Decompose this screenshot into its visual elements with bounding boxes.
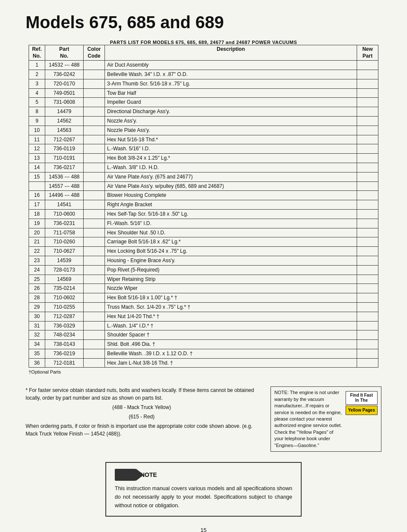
new-part-cell (357, 275, 378, 284)
part-cell: 712-0287 (45, 312, 84, 321)
table-row: 1014563Nozzle Plate Ass'y. (29, 126, 378, 135)
part-cell: 735-0214 (45, 284, 84, 293)
color-cell (84, 330, 105, 340)
ref-cell: 16 (29, 191, 45, 200)
part-cell: 14536 --- 488 (45, 172, 84, 181)
ref-cell: 24 (29, 265, 45, 275)
new-part-cell (357, 79, 378, 88)
ref-cell: 29 (29, 302, 45, 312)
desc-cell: Hex Nut 5/16-18 Thd.* (105, 135, 357, 144)
note-right-content: NOTE: The engine is not under warranty b… (274, 390, 342, 447)
ref-cell: 5 (29, 98, 45, 107)
find-fast-box: Find It FastIn The (346, 391, 378, 405)
part-cell: 710-0191 (45, 154, 84, 163)
part-cell: 14562 (45, 116, 84, 126)
ref-cell: 21 (29, 237, 45, 247)
ref-cell: 19 (29, 219, 45, 228)
new-part-cell (357, 126, 378, 135)
ref-cell: 9 (29, 116, 45, 126)
new-part-cell (357, 200, 378, 210)
desc-cell: Air Vane Plate Ass'y. (675 and 24677) (105, 172, 357, 181)
color-cell (84, 144, 105, 154)
color-cell (84, 358, 105, 368)
table-row: 2736-0242Belleville Wash. 34" I.D. x .87… (29, 70, 378, 79)
desc-cell: Hex Shoulder Nut .50 I.D. (105, 228, 357, 237)
desc-cell: Truss Mach. Scr. 1/4-20 x .75" Lg.* † (105, 302, 357, 312)
part-cell: 738-0143 (45, 340, 84, 349)
table-row: 20711-0758Hex Shoulder Nut .50 I.D. (29, 228, 378, 237)
new-part-cell (357, 349, 378, 358)
note-bottom-text: This instruction manual covers various m… (115, 484, 292, 510)
color-cell (84, 163, 105, 172)
color-cell (84, 265, 105, 275)
ref-cell: 32 (29, 330, 45, 340)
color-cell (84, 116, 105, 126)
new-part-cell (357, 181, 378, 191)
table-row: 11712-0267Hex Nut 5/16-18 Thd.* (29, 135, 378, 144)
desc-cell: Housing - Engine Brace Ass'y. (105, 256, 357, 265)
table-row: 814479Directional Discharge Ass'y. (29, 107, 378, 117)
part-cell: 712-0181 (45, 358, 84, 368)
desc-cell: Hex Jam L-Nut 3/8-16 Thd. † (105, 358, 357, 368)
part-cell: 14496 --- 488 (45, 191, 84, 200)
part-cell: 736-0119 (45, 144, 84, 154)
table-row: 14557 --- 488Air Vane Plate Ass'y. w/pul… (29, 181, 378, 191)
page-number: 15 (26, 527, 381, 532)
ref-cell: 1 (29, 61, 45, 70)
parts-table: Ref.No. PartNo. ColorCode Description Ne… (29, 45, 378, 368)
table-row: 22710-0627Hex Locking Bolt 5/16-24 x .75… (29, 247, 378, 256)
new-part-cell (357, 61, 378, 70)
part-cell: 710-0602 (45, 293, 84, 303)
table-row: 2314539Housing - Engine Brace Ass'y. (29, 256, 378, 265)
new-part-cell (357, 116, 378, 126)
lower-left: * For faster service obtain standard nut… (26, 386, 258, 438)
table-row: 26735-0214Nozzle Wiper (29, 284, 378, 293)
desc-cell: Carriage Bolt 5/16-18 x .62" Lg.* (105, 237, 357, 247)
page-title: Models 675, 685 and 689 (26, 13, 381, 32)
table-row: 12736-0119L.-Wash. 5/16" I.D. (29, 144, 378, 154)
new-part-cell (357, 98, 378, 107)
new-part-cell (357, 209, 378, 219)
color-cell (84, 181, 105, 191)
color-cell (84, 154, 105, 163)
ref-cell (29, 181, 45, 191)
color-cell (84, 321, 105, 330)
arrow-icon (115, 469, 136, 481)
new-part-cell (357, 107, 378, 117)
ref-cell: 30 (29, 312, 45, 321)
desc-cell: Shld. Bolt .496 Dia. † (105, 340, 357, 349)
desc-cell: Air Duct Assembly (105, 61, 357, 70)
desc-cell: L.-Wash. 5/16" I.D. (105, 144, 357, 154)
part-cell: 711-0758 (45, 228, 84, 237)
desc-cell: Nozzle Plate Ass'y. (105, 126, 357, 135)
color-cell (84, 228, 105, 237)
yellow-pages-button[interactable]: Yellow Pages (346, 406, 378, 415)
part-cell: 720-0170 (45, 79, 84, 88)
table-row: 29710-0255Truss Mach. Scr. 1/4-20 x .75"… (29, 302, 378, 312)
ref-cell: 4 (29, 88, 45, 98)
new-part-cell (357, 88, 378, 98)
ref-cell: 14 (29, 163, 45, 172)
table-row: 18710-0600Hex Self-Tap Scr. 5/16-18 x .5… (29, 209, 378, 219)
lower-section: * For faster service obtain standard nut… (26, 386, 381, 452)
table-row: 3720-01703-Arm Thumb Scr. 5/16-18 x .75"… (29, 79, 378, 88)
table-row: 914562Nozzle Ass'y. (29, 116, 378, 126)
new-part-cell (357, 284, 378, 293)
new-part-cell (357, 237, 378, 247)
new-part-cell (357, 154, 378, 163)
desc-cell: Fl.-Wash. 5/16" I.D. (105, 219, 357, 228)
desc-cell: Tow Bar Half (105, 88, 357, 98)
lower-left-p2: When ordering parts, if color or finish … (26, 422, 258, 438)
ref-cell: 17 (29, 200, 45, 210)
table-row: 36712-0181Hex Jam L-Nut 3/8-16 Thd. † (29, 358, 378, 368)
desc-cell: Air Vane Plate Ass'y. w/pulley (685, 689… (105, 181, 357, 191)
ref-cell: 34 (29, 340, 45, 349)
note-right-text: NOTE: The engine is not under warranty b… (274, 389, 343, 449)
new-part-cell (357, 293, 378, 303)
new-part-cell (357, 312, 378, 321)
part-cell: 748-0234 (45, 330, 84, 340)
ref-cell: 28 (29, 293, 45, 303)
lower-left-p1: * For faster service obtain standard nut… (26, 386, 258, 402)
table-row: 28710-0602Hex Bolt 5/16-18 x 1.00" Lg.* … (29, 293, 378, 303)
color-cell (84, 79, 105, 88)
